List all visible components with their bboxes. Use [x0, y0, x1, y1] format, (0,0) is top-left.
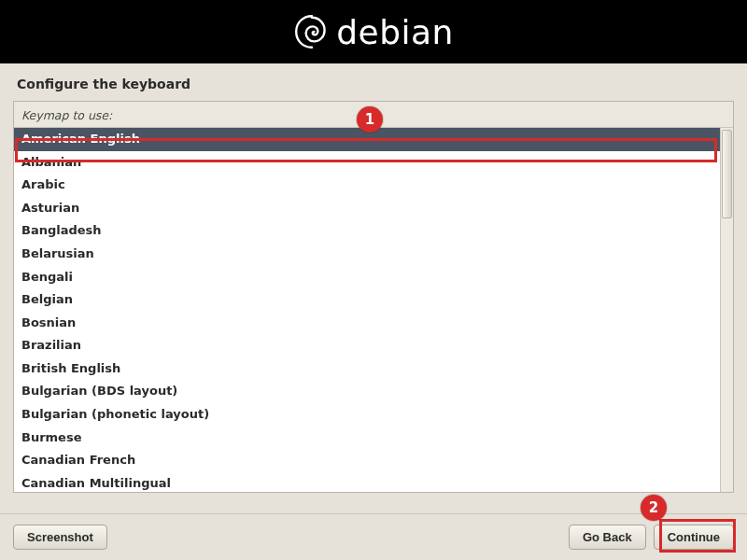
list-item[interactable]: Asturian: [14, 197, 720, 220]
keymap-list-container: American EnglishAlbanianArabicAsturianBa…: [14, 127, 733, 492]
list-item[interactable]: Arabic: [14, 174, 720, 197]
list-item[interactable]: Bulgarian (phonetic layout): [14, 403, 720, 427]
brand-text: debian: [336, 13, 454, 51]
list-item[interactable]: Brazilian: [14, 334, 720, 357]
scroll-thumb[interactable]: [722, 130, 732, 218]
debian-swirl-icon: [293, 13, 331, 50]
list-item[interactable]: Bangladesh: [14, 219, 720, 243]
list-item[interactable]: Belarusian: [14, 243, 720, 266]
list-item[interactable]: Belgian: [14, 288, 720, 312]
continue-button[interactable]: Continue: [654, 525, 734, 550]
list-item[interactable]: Burmese: [14, 426, 720, 449]
keymap-panel: Keymap to use: American EnglishAlbanianA…: [13, 101, 734, 493]
page-title: Configure the keyboard: [0, 63, 747, 101]
footer-bar: Screenshot Go Back Continue: [0, 513, 747, 560]
list-item[interactable]: Albanian: [14, 151, 720, 175]
annotation-callout-1: 1: [357, 106, 383, 133]
list-item[interactable]: Bengali: [14, 265, 720, 288]
header-banner: debian: [0, 0, 747, 63]
list-item[interactable]: Canadian French: [14, 449, 720, 472]
scrollbar[interactable]: [720, 128, 733, 492]
list-item[interactable]: Bosnian: [14, 312, 720, 335]
list-item[interactable]: Canadian Multilingual: [14, 471, 720, 492]
list-item[interactable]: British English: [14, 357, 720, 381]
keymap-list[interactable]: American EnglishAlbanianArabicAsturianBa…: [14, 128, 720, 492]
go-back-button[interactable]: Go Back: [569, 525, 646, 550]
annotation-callout-2: 2: [641, 495, 667, 521]
list-item[interactable]: Bulgarian (BDS layout): [14, 380, 720, 403]
screenshot-button[interactable]: Screenshot: [13, 525, 107, 550]
